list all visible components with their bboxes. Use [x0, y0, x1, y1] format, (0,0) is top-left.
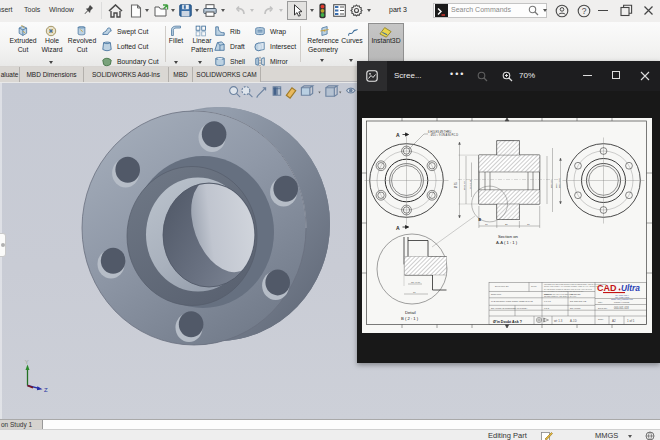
svg-text:10: 10 — [527, 223, 530, 226]
svg-text:?: ? — [582, 6, 587, 16]
svg-text:17: 17 — [413, 291, 416, 293]
svg-text:Section on: Section on — [498, 234, 518, 239]
svg-text:0.1-0.5: 0.1-0.5 — [544, 300, 552, 302]
svg-text:A: A — [396, 132, 400, 138]
svg-text:⌵ Ø15 ⋁ 9 ON A 90 P.C.D: ⌵ Ø15 ⋁ 9 ON A 90 P.C.D — [428, 133, 458, 137]
svg-text:Flange Housing: Flange Housing — [614, 301, 630, 303]
svg-text:Ø 75: Ø 75 — [454, 182, 458, 188]
svg-text:Dsgn Firm: Dsgn Firm — [491, 293, 501, 295]
svg-text:Ø'in Doubt Ask ?: Ø'in Doubt Ask ? — [493, 320, 522, 324]
svg-text:A-A ( 1 : 1 ): A-A ( 1 : 1 ) — [496, 240, 518, 245]
svg-text:20: 20 — [505, 223, 508, 226]
svg-text:wt: 1.3: wt: 1.3 — [554, 319, 563, 323]
svg-text:A2: A2 — [612, 319, 616, 323]
svg-text:A.J.D: A.J.D — [570, 319, 577, 323]
svg-text:CAD: CAD — [597, 283, 617, 293]
svg-text:Ø 62 H7: Ø 62 H7 — [463, 180, 466, 190]
svg-text:DO NOT SCALE: DO NOT SCALE — [570, 300, 587, 302]
svg-text:6 HOLES Ø9 THRU: 6 HOLES Ø9 THRU — [428, 130, 451, 134]
svg-text:THE INFORMATION CONTAINED IN T: THE INFORMATION CONTAINED IN THIS — [491, 300, 533, 302]
svg-text:13 +0.10: 13 +0.10 — [411, 281, 421, 283]
svg-text:FINISH: FINISH — [520, 307, 528, 309]
svg-text:DRAWING IS PROPRIETARY: DRAWING IS PROPRIETARY — [491, 307, 521, 309]
svg-text:Ø45 H7: Ø45 H7 — [550, 179, 553, 188]
svg-text:Scale: Scale — [598, 318, 604, 320]
svg-text:Title:: Title: — [598, 301, 603, 303]
svg-text:10: 10 — [485, 223, 488, 226]
svg-text:000-001-018: 000-001-018 — [614, 306, 629, 310]
svg-text:REVISION: REVISION — [570, 293, 581, 295]
svg-text:17.06: 17.06 — [531, 285, 537, 287]
svg-text:Ultra: Ultra — [621, 283, 640, 293]
svg-text:A: A — [396, 225, 400, 231]
svg-text:Detail: Detail — [405, 310, 416, 315]
svg-text:Ø45 (H7): Ø45 (H7) — [558, 178, 561, 188]
svg-text:55.93 H8: 55.93 H8 — [469, 179, 472, 189]
svg-text:Y: Y — [25, 359, 29, 365]
svg-text:B ( 2 : 1 ): B ( 2 : 1 ) — [401, 316, 419, 321]
svg-text:Deon Lifer Srl: Deon Lifer Srl — [495, 285, 509, 287]
svg-text:EDGES DEBUR AND BREAK SHARP: EDGES DEBUR AND BREAK SHARP — [544, 295, 577, 297]
svg-text:DRAWING: DRAWING — [570, 307, 581, 309]
svg-text:DEBUR: DEBUR — [544, 293, 552, 295]
svg-text:0.5-3: 0.5-3 — [544, 307, 550, 309]
svg-text:1 of 1: 1 of 1 — [627, 319, 635, 323]
svg-text:Z: Z — [44, 387, 48, 393]
svg-text:B: B — [479, 218, 482, 222]
svg-text:DWG No:: DWG No: — [598, 307, 608, 309]
